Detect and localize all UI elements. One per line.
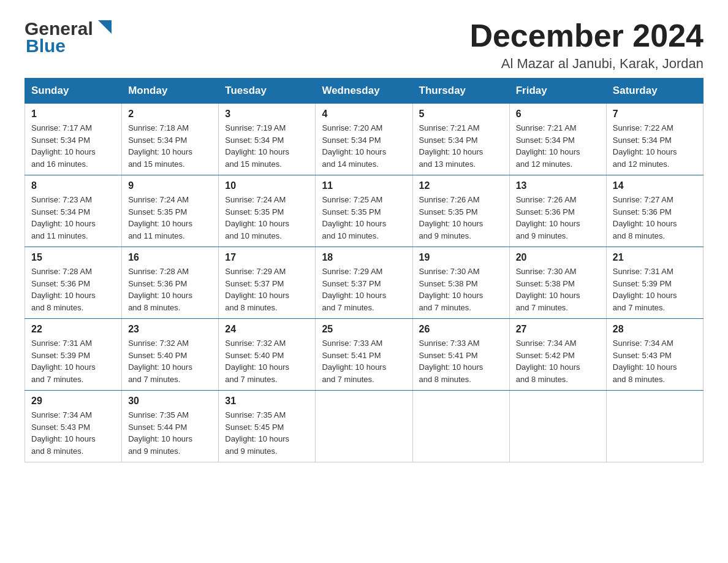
calendar-cell: 3 Sunrise: 7:19 AM Sunset: 5:34 PM Dayli… — [219, 104, 316, 175]
day-info: Sunrise: 7:34 AM Sunset: 5:43 PM Dayligh… — [31, 409, 115, 457]
day-number: 3 — [225, 109, 309, 120]
day-info: Sunrise: 7:25 AM Sunset: 5:35 PM Dayligh… — [322, 194, 406, 242]
day-number: 19 — [419, 252, 503, 263]
day-info: Sunrise: 7:29 AM Sunset: 5:37 PM Dayligh… — [322, 266, 406, 313]
col-monday: Monday — [122, 79, 219, 104]
day-number: 22 — [31, 324, 115, 335]
day-info: Sunrise: 7:32 AM Sunset: 5:40 PM Dayligh… — [225, 337, 309, 385]
day-info: Sunrise: 7:18 AM Sunset: 5:34 PM Dayligh… — [128, 122, 212, 170]
calendar-cell — [316, 391, 412, 462]
day-number: 4 — [322, 109, 406, 120]
calendar-cell: 8 Sunrise: 7:23 AM Sunset: 5:34 PM Dayli… — [25, 175, 122, 247]
calendar-cell: 11 Sunrise: 7:25 AM Sunset: 5:35 PM Dayl… — [316, 175, 412, 247]
day-info: Sunrise: 7:31 AM Sunset: 5:39 PM Dayligh… — [31, 337, 115, 385]
calendar-table: Sunday Monday Tuesday Wednesday Thursday… — [25, 78, 703, 462]
calendar-cell: 15 Sunrise: 7:28 AM Sunset: 5:36 PM Dayl… — [25, 247, 122, 319]
calendar-cell: 13 Sunrise: 7:26 AM Sunset: 5:36 PM Dayl… — [509, 175, 606, 247]
calendar-cell — [412, 391, 509, 462]
day-info: Sunrise: 7:28 AM Sunset: 5:36 PM Dayligh… — [31, 266, 115, 313]
day-number: 11 — [322, 180, 406, 191]
calendar-cell: 23 Sunrise: 7:32 AM Sunset: 5:40 PM Dayl… — [122, 319, 219, 391]
day-info: Sunrise: 7:33 AM Sunset: 5:41 PM Dayligh… — [322, 337, 406, 385]
calendar-week-row: 1 Sunrise: 7:17 AM Sunset: 5:34 PM Dayli… — [25, 104, 703, 175]
day-number: 23 — [128, 324, 212, 335]
day-number: 9 — [128, 180, 212, 191]
header-row: Sunday Monday Tuesday Wednesday Thursday… — [25, 79, 703, 104]
day-info: Sunrise: 7:29 AM Sunset: 5:37 PM Dayligh… — [225, 266, 309, 313]
location-subtitle: Al Mazar al Janubi, Karak, Jordan — [469, 56, 703, 72]
day-number: 18 — [322, 252, 406, 263]
calendar-cell: 12 Sunrise: 7:26 AM Sunset: 5:35 PM Dayl… — [412, 175, 509, 247]
day-info: Sunrise: 7:26 AM Sunset: 5:35 PM Dayligh… — [419, 194, 503, 242]
day-number: 1 — [31, 109, 115, 120]
day-info: Sunrise: 7:17 AM Sunset: 5:34 PM Dayligh… — [31, 122, 115, 170]
calendar-cell: 18 Sunrise: 7:29 AM Sunset: 5:37 PM Dayl… — [316, 247, 412, 319]
calendar-cell: 25 Sunrise: 7:33 AM Sunset: 5:41 PM Dayl… — [316, 319, 412, 391]
svg-marker-0 — [98, 20, 112, 34]
day-info: Sunrise: 7:19 AM Sunset: 5:34 PM Dayligh… — [225, 122, 309, 170]
day-number: 14 — [613, 180, 697, 191]
day-info: Sunrise: 7:35 AM Sunset: 5:44 PM Dayligh… — [128, 409, 212, 457]
day-number: 26 — [419, 324, 503, 335]
day-info: Sunrise: 7:23 AM Sunset: 5:34 PM Dayligh… — [31, 194, 115, 242]
calendar-cell: 1 Sunrise: 7:17 AM Sunset: 5:34 PM Dayli… — [25, 104, 122, 175]
day-info: Sunrise: 7:34 AM Sunset: 5:43 PM Dayligh… — [613, 337, 697, 385]
day-number: 6 — [516, 109, 600, 120]
day-number: 12 — [419, 180, 503, 191]
calendar-cell: 20 Sunrise: 7:30 AM Sunset: 5:38 PM Dayl… — [509, 247, 606, 319]
day-number: 5 — [419, 109, 503, 120]
day-info: Sunrise: 7:30 AM Sunset: 5:38 PM Dayligh… — [419, 266, 503, 313]
calendar-header: Sunday Monday Tuesday Wednesday Thursday… — [25, 79, 703, 104]
day-number: 30 — [128, 396, 212, 407]
day-number: 24 — [225, 324, 309, 335]
logo-area: General Blue — [25, 18, 112, 56]
day-info: Sunrise: 7:26 AM Sunset: 5:36 PM Dayligh… — [516, 194, 600, 242]
day-info: Sunrise: 7:24 AM Sunset: 5:35 PM Dayligh… — [225, 194, 309, 242]
calendar-cell: 19 Sunrise: 7:30 AM Sunset: 5:38 PM Dayl… — [412, 247, 509, 319]
calendar-cell: 10 Sunrise: 7:24 AM Sunset: 5:35 PM Dayl… — [219, 175, 316, 247]
calendar-cell: 24 Sunrise: 7:32 AM Sunset: 5:40 PM Dayl… — [219, 319, 316, 391]
calendar-week-row: 22 Sunrise: 7:31 AM Sunset: 5:39 PM Dayl… — [25, 319, 703, 391]
day-number: 15 — [31, 252, 115, 263]
calendar-cell: 21 Sunrise: 7:31 AM Sunset: 5:39 PM Dayl… — [606, 247, 703, 319]
calendar-cell: 9 Sunrise: 7:24 AM Sunset: 5:35 PM Dayli… — [122, 175, 219, 247]
day-info: Sunrise: 7:22 AM Sunset: 5:34 PM Dayligh… — [613, 122, 697, 170]
calendar-cell — [509, 391, 606, 462]
calendar-cell: 28 Sunrise: 7:34 AM Sunset: 5:43 PM Dayl… — [606, 319, 703, 391]
month-title: December 2024 — [469, 18, 703, 53]
col-thursday: Thursday — [412, 79, 509, 104]
calendar-cell: 17 Sunrise: 7:29 AM Sunset: 5:37 PM Dayl… — [219, 247, 316, 319]
day-number: 21 — [613, 252, 697, 263]
day-number: 16 — [128, 252, 212, 263]
calendar-cell: 22 Sunrise: 7:31 AM Sunset: 5:39 PM Dayl… — [25, 319, 122, 391]
col-tuesday: Tuesday — [219, 79, 316, 104]
day-number: 8 — [31, 180, 115, 191]
page-header: General Blue December 2024 Al Mazar al J… — [25, 18, 703, 72]
day-info: Sunrise: 7:27 AM Sunset: 5:36 PM Dayligh… — [613, 194, 697, 242]
day-number: 17 — [225, 252, 309, 263]
logo-blue-text: Blue — [26, 36, 66, 56]
calendar-cell: 29 Sunrise: 7:34 AM Sunset: 5:43 PM Dayl… — [25, 391, 122, 462]
calendar-week-row: 29 Sunrise: 7:34 AM Sunset: 5:43 PM Dayl… — [25, 391, 703, 462]
calendar-cell: 4 Sunrise: 7:20 AM Sunset: 5:34 PM Dayli… — [316, 104, 412, 175]
day-number: 2 — [128, 109, 212, 120]
calendar-week-row: 15 Sunrise: 7:28 AM Sunset: 5:36 PM Dayl… — [25, 247, 703, 319]
day-info: Sunrise: 7:34 AM Sunset: 5:42 PM Dayligh… — [516, 337, 600, 385]
day-info: Sunrise: 7:30 AM Sunset: 5:38 PM Dayligh… — [516, 266, 600, 313]
day-number: 28 — [613, 324, 697, 335]
calendar-body: 1 Sunrise: 7:17 AM Sunset: 5:34 PM Dayli… — [25, 104, 703, 462]
calendar-cell — [606, 391, 703, 462]
logo-triangle-icon — [98, 20, 112, 34]
day-info: Sunrise: 7:24 AM Sunset: 5:35 PM Dayligh… — [128, 194, 212, 242]
calendar-cell: 14 Sunrise: 7:27 AM Sunset: 5:36 PM Dayl… — [606, 175, 703, 247]
col-saturday: Saturday — [606, 79, 703, 104]
day-number: 29 — [31, 396, 115, 407]
calendar-cell: 31 Sunrise: 7:35 AM Sunset: 5:45 PM Dayl… — [219, 391, 316, 462]
day-info: Sunrise: 7:20 AM Sunset: 5:34 PM Dayligh… — [322, 122, 406, 170]
calendar-cell: 2 Sunrise: 7:18 AM Sunset: 5:34 PM Dayli… — [122, 104, 219, 175]
col-friday: Friday — [509, 79, 606, 104]
calendar-cell: 5 Sunrise: 7:21 AM Sunset: 5:34 PM Dayli… — [412, 104, 509, 175]
calendar-cell: 7 Sunrise: 7:22 AM Sunset: 5:34 PM Dayli… — [606, 104, 703, 175]
day-number: 27 — [516, 324, 600, 335]
day-number: 10 — [225, 180, 309, 191]
